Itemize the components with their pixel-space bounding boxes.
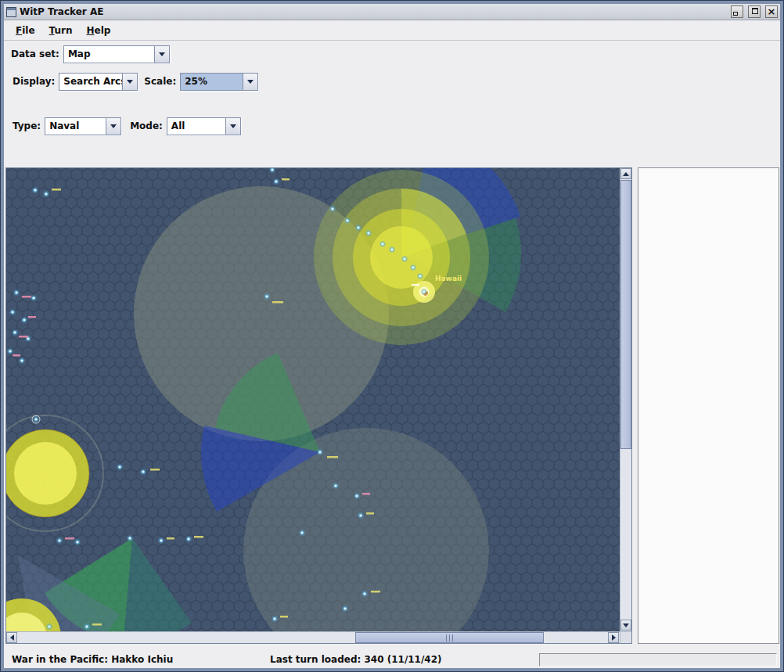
map-scrollpane: Hawaii	[5, 167, 632, 644]
type-dropdown-button[interactable]	[106, 118, 120, 135]
window-title: WitP Tracker AE	[20, 6, 726, 17]
window-frame: WitP Tracker AE × File Turn Help Data se…	[4, 4, 780, 668]
dataset-combo[interactable]: Map	[63, 45, 170, 63]
scale-value: 25%	[181, 74, 243, 90]
display-label: Display:	[13, 76, 55, 87]
minimize-button[interactable]	[731, 5, 743, 18]
type-combo[interactable]: Naval	[45, 117, 121, 135]
titlebar[interactable]: WitP Tracker AE ×	[4, 4, 780, 20]
status-message-field	[539, 653, 777, 667]
map-horizontal-scrollbar[interactable]	[6, 631, 620, 643]
mode-combo[interactable]: All	[167, 117, 241, 135]
menubar: File Turn Help	[4, 20, 780, 41]
minimize-icon	[733, 12, 738, 16]
maximize-icon	[752, 8, 758, 14]
scroll-down-button[interactable]	[620, 620, 631, 631]
mode-label: Mode:	[130, 120, 163, 131]
map-canvas[interactable]: Hawaii	[6, 168, 620, 631]
last-turn-label: Last turn loaded: 340 (11/11/42)	[270, 654, 442, 665]
scale-combo[interactable]: 25%	[180, 73, 258, 91]
display-value: Search Arcs	[59, 74, 122, 90]
close-icon: ×	[766, 6, 777, 17]
arrow-right-icon	[612, 634, 616, 641]
thumb-grip-icon	[446, 634, 454, 641]
menu-file[interactable]: File	[9, 23, 42, 38]
dataset-label: Data set:	[11, 49, 59, 59]
scale-label: Scale:	[144, 76, 176, 87]
menu-turn[interactable]: Turn	[42, 23, 80, 38]
chevron-down-icon	[230, 124, 236, 128]
display-dropdown-button[interactable]	[122, 74, 137, 90]
map-vertical-scrollbar[interactable]	[620, 168, 631, 631]
chevron-down-icon	[247, 80, 254, 84]
detail-panel	[638, 167, 779, 644]
arrow-down-icon	[623, 623, 629, 627]
vertical-scroll-thumb[interactable]	[620, 180, 631, 449]
chevron-down-icon	[110, 124, 117, 128]
dataset-value: Map	[64, 46, 154, 63]
statusbar: War in the Pacific: Hakko Ichiu Last tur…	[5, 652, 779, 668]
app-window: WitP Tracker AE × File Turn Help Data se…	[0, 0, 784, 672]
horizontal-scroll-thumb[interactable]	[355, 632, 544, 643]
dataset-dropdown-button[interactable]	[154, 46, 169, 63]
display-combo[interactable]: Search Arcs	[59, 73, 138, 91]
app-icon	[6, 7, 16, 17]
map-label-hawaii: Hawaii	[435, 275, 462, 282]
scroll-up-button[interactable]	[620, 168, 631, 179]
display-row: Display: Search Arcs Scale: 25%	[13, 72, 258, 91]
menu-help[interactable]: Help	[79, 23, 117, 38]
type-label: Type:	[13, 120, 41, 131]
dataset-row: Data set: Map	[11, 45, 170, 63]
scroll-right-button[interactable]	[608, 632, 619, 643]
mode-dropdown-button[interactable]	[225, 118, 240, 135]
mode-value: All	[167, 118, 225, 135]
type-row: Type: Naval Mode: All	[13, 117, 241, 135]
type-value: Naval	[45, 118, 106, 135]
scale-dropdown-button[interactable]	[243, 74, 257, 90]
scroll-left-button[interactable]	[6, 632, 17, 643]
arrow-up-icon	[623, 172, 629, 176]
close-button[interactable]: ×	[765, 5, 778, 18]
game-name-label: War in the Pacific: Hakko Ichiu	[12, 654, 173, 665]
maximize-button[interactable]	[748, 5, 761, 18]
chevron-down-icon	[159, 52, 165, 56]
arrow-left-icon	[10, 634, 14, 641]
scrollbar-corner	[620, 631, 631, 643]
chevron-down-icon	[127, 80, 133, 84]
